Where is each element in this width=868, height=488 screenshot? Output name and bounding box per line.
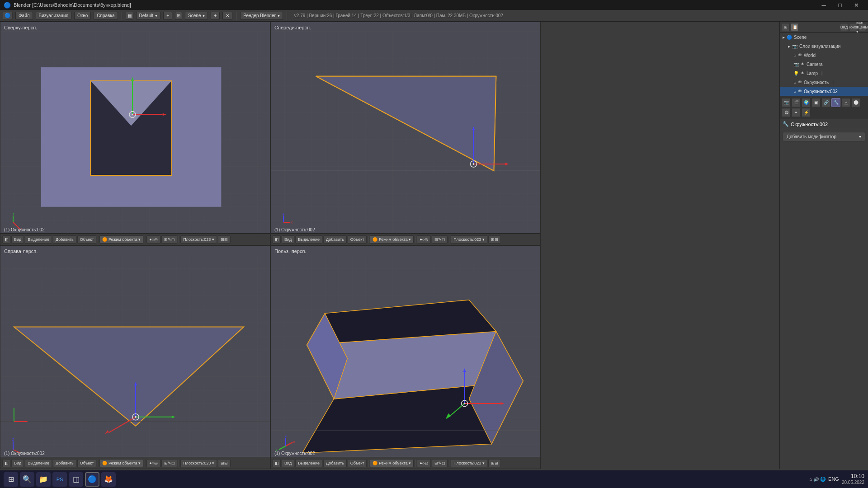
- svg-text:Y: Y: [12, 213, 14, 215]
- menu-window[interactable]: Окно: [74, 12, 91, 20]
- prop-physics-icon[interactable]: ⚡: [802, 108, 811, 117]
- menu-render[interactable]: Визуализация: [36, 12, 71, 20]
- viewport-top-left[interactable]: Сверху-персп.: [0, 22, 270, 245]
- engine-dropdown[interactable]: Рендер Blender ▾: [240, 12, 283, 20]
- clock-date: 20.05.2022: [842, 480, 864, 485]
- blender-icon-btn[interactable]: 🔵: [3, 12, 13, 20]
- taskbar: ⊞ 🔍 📁 PS ◫ 🔵 🦊 ⌂ 🔊 🌐 ENG 10:10 20.05.202…: [0, 470, 868, 488]
- scene-dropdown[interactable]: Scene ▾: [185, 12, 208, 20]
- viewport-toolbar-top-left: ◧ Вид Выделение Добавить Объект 🟠 Режим …: [0, 233, 270, 245]
- sep-tr2: [415, 236, 415, 243]
- vp-view-tr[interactable]: Вид: [282, 235, 294, 244]
- maximize-button[interactable]: □: [832, 0, 848, 10]
- prop-scene-icon[interactable]: 🎬: [792, 98, 801, 107]
- viewport-bottom-left[interactable]: Справа-персп.: [0, 245, 270, 469]
- viewport-svg-bottom-right: [271, 255, 540, 457]
- vp-add-tr[interactable]: Добавить: [323, 235, 347, 244]
- prop-texture-icon[interactable]: 🖼: [782, 108, 791, 117]
- vp-mode-bl[interactable]: 🟠 Режим объекта ▾: [99, 459, 143, 467]
- rp-view-btn[interactable]: Вид: [840, 23, 848, 31]
- taskbar-blender-btn[interactable]: 🔵: [85, 472, 99, 487]
- vp-object-br[interactable]: Объект: [348, 459, 367, 467]
- prop-material-icon[interactable]: ⚪: [851, 98, 860, 107]
- outliner-mesh1[interactable]: ○ 👁 Окружность |: [780, 78, 868, 87]
- vp-view-tl[interactable]: Вид: [11, 235, 24, 244]
- taskbar-firefox-btn[interactable]: 🦊: [101, 472, 116, 487]
- vp-icon-br[interactable]: ◧: [273, 459, 281, 467]
- svg-line-64: [279, 446, 286, 450]
- vp-icon-tr[interactable]: ◧: [273, 235, 281, 244]
- menu-help[interactable]: Справка: [94, 12, 118, 20]
- vp-add-bl[interactable]: Добавить: [53, 459, 76, 467]
- vp-plane-tl[interactable]: Плоскость:023 ▾: [180, 235, 217, 244]
- rp-icon-outliner[interactable]: ⊞: [782, 23, 790, 31]
- vp-plane-br[interactable]: Плоскость:023 ▾: [451, 459, 487, 467]
- prop-object-icon[interactable]: ▣: [811, 98, 821, 107]
- outliner-mesh2[interactable]: ○ 👁 Окружность:002: [780, 87, 868, 96]
- add-workspace-btn[interactable]: +: [163, 12, 172, 20]
- sep-tr1: [368, 236, 368, 243]
- outliner-world[interactable]: ○ 👁 World: [780, 51, 868, 60]
- prop-data-icon[interactable]: △: [841, 98, 850, 107]
- vp-add-tl[interactable]: Добавить: [53, 235, 76, 244]
- vp-plane-bl[interactable]: Плоскость:023 ▾: [180, 459, 217, 467]
- rp-icon-properties[interactable]: 📋: [791, 23, 799, 31]
- vp-mode-br[interactable]: 🟠 Режим объекта ▾: [370, 459, 414, 467]
- viewport-top-right[interactable]: Спереди-персп. X: [270, 22, 541, 245]
- menu-file[interactable]: Файл: [15, 12, 33, 20]
- vp-view-br[interactable]: Вид: [282, 459, 294, 467]
- vp-grid-tl[interactable]: ⊞⊞: [218, 235, 231, 244]
- taskbar-taskview-btn[interactable]: ◫: [69, 472, 83, 487]
- stats-text: v2.79 | Вершин:26 | Граней:14 | Треуг.:2…: [294, 13, 503, 18]
- vp-select-tl[interactable]: Выделение: [25, 235, 52, 244]
- outliner-camera[interactable]: 📷 👁 Camera: [780, 60, 868, 69]
- vp-grid-br[interactable]: ⊞⊞: [488, 459, 501, 467]
- vp-select-br[interactable]: Выделение: [295, 459, 322, 467]
- vp-grid-tr[interactable]: ⊞⊞: [488, 235, 501, 244]
- vp-plane-tr[interactable]: Плоскость:023 ▾: [451, 235, 487, 244]
- prop-modifiers-icon[interactable]: 🔧: [831, 98, 840, 107]
- scene-add-btn[interactable]: +: [211, 12, 220, 20]
- vp-object-bl[interactable]: Объект: [77, 459, 97, 467]
- vp-icon-tl[interactable]: ◧: [2, 235, 10, 244]
- sep-br3: [449, 460, 449, 467]
- scene-del-btn[interactable]: ✕: [222, 12, 232, 20]
- vp-icon-bl[interactable]: ◧: [2, 459, 10, 467]
- sep-tr3: [449, 236, 449, 243]
- workspace-dropdown[interactable]: Default ▾: [136, 12, 161, 20]
- outliner-lamp[interactable]: 💡 👁 Lamp |: [780, 69, 868, 78]
- add-modifier-button[interactable]: Добавить модификатор ▾: [783, 132, 865, 141]
- taskbar-search-btn[interactable]: 🔍: [20, 472, 34, 487]
- close-button[interactable]: ✕: [848, 0, 864, 10]
- viewport-info-bottom-right: (1) Окружность:002: [274, 451, 315, 456]
- prop-constraints-icon[interactable]: 🔗: [821, 98, 830, 107]
- taskbar-windows-btn[interactable]: ⊞: [4, 472, 18, 487]
- vp-select-bl[interactable]: Выделение: [25, 459, 52, 467]
- icon-grid2[interactable]: ⊞: [175, 12, 182, 20]
- sep-bl3: [179, 460, 179, 467]
- vp-mode-tl[interactable]: 🟠 Режим объекта ▾: [99, 235, 143, 244]
- prop-particle-icon[interactable]: ✦: [792, 108, 801, 117]
- vp-grid-bl[interactable]: ⊞⊞: [218, 459, 231, 467]
- prop-world-icon[interactable]: 🌍: [802, 98, 811, 107]
- svg-text:Z: Z: [12, 438, 14, 441]
- outliner-scene[interactable]: ▸ 🔵 Scene: [780, 33, 868, 42]
- chevron-down-icon: ▾: [155, 13, 157, 18]
- vp-select-tr[interactable]: Выделение: [295, 235, 322, 244]
- svg-text:Z: Z: [283, 213, 285, 215]
- taskbar-explorer-btn[interactable]: 📁: [36, 472, 51, 487]
- rp-icon-row-right: Вид Поиск Все сцены ▾: [840, 23, 866, 31]
- vp-mode-tr[interactable]: 🟠 Режим объекта ▾: [370, 235, 414, 244]
- outliner-render-layers[interactable]: ▸ 📷 Слои визуализации: [780, 42, 868, 51]
- vp-object-tr[interactable]: Объект: [348, 235, 367, 244]
- icon-grid[interactable]: ▦: [126, 12, 133, 20]
- vp-add-br[interactable]: Добавить: [323, 459, 347, 467]
- rp-scenes-btn[interactable]: Все сцены ▾: [858, 23, 866, 31]
- vp-view-bl[interactable]: Вид: [11, 459, 24, 467]
- viewport-bottom-right[interactable]: Польз.-персп.: [270, 245, 541, 469]
- taskbar-ps-btn[interactable]: PS: [52, 472, 67, 487]
- vp-object-tl[interactable]: Объект: [77, 235, 97, 244]
- minimize-button[interactable]: ─: [816, 0, 832, 10]
- prop-render-icon[interactable]: 📷: [782, 98, 791, 107]
- taskbar-tray: ⌂ 🔊 🌐 ENG 10:10 20.05.2022: [809, 473, 864, 485]
